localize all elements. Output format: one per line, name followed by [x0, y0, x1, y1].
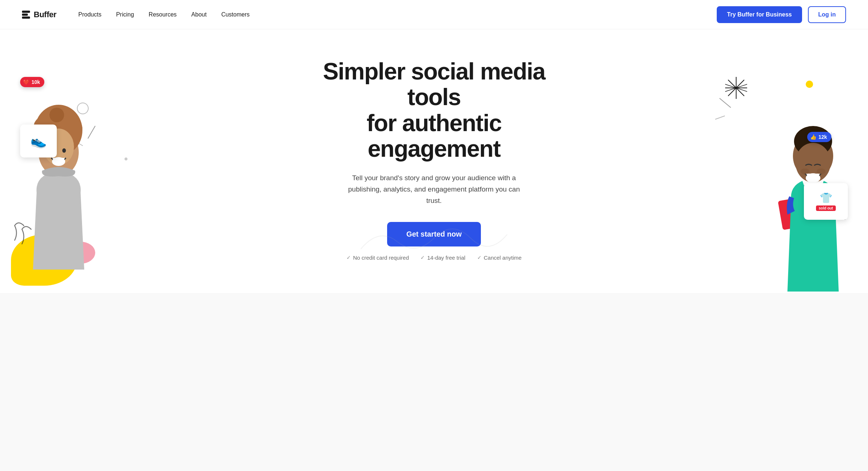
line-decoration-4 — [715, 115, 725, 119]
svg-point-20 — [806, 173, 820, 183]
svg-point-21 — [801, 168, 809, 174]
hero-title: Simpler social media tools for authentic… — [306, 59, 562, 162]
likes-count-right: 12k — [819, 134, 827, 140]
logo-text: Buffer — [34, 10, 56, 19]
thumbs-up-icon: 👍 — [810, 134, 816, 140]
logo-link[interactable]: Buffer — [22, 10, 56, 19]
likes-badge-right: 👍 12k — [807, 132, 831, 142]
shoe-icon: 👟 — [30, 133, 47, 149]
nav-item-resources: Resources — [149, 11, 177, 18]
svg-point-6 — [49, 108, 64, 122]
heart-icon: ❤️ — [23, 79, 29, 85]
svg-point-22 — [817, 168, 826, 174]
nav-link-resources[interactable]: Resources — [149, 11, 177, 18]
hero-section: ❤️ 10k 👟 — [0, 29, 868, 293]
buffer-logo-icon — [22, 11, 30, 19]
nav-item-pricing: Pricing — [116, 11, 134, 18]
nav-link-customers[interactable]: Customers — [221, 11, 249, 18]
dot-decoration-1 — [125, 157, 127, 160]
squiggle-decoration — [361, 220, 507, 256]
svg-point-8 — [52, 157, 65, 166]
nav-item-customers: Customers — [221, 11, 249, 18]
nav-link-products[interactable]: Products — [78, 11, 101, 18]
likes-count-left: 10k — [31, 79, 40, 85]
yellow-dot-decoration — [806, 81, 813, 88]
shoe-card: 👟 — [20, 125, 57, 157]
nav-link-pricing[interactable]: Pricing — [116, 11, 134, 18]
nav-link-about[interactable]: About — [191, 11, 207, 18]
nav-item-products: Products — [78, 11, 101, 18]
curly-lines-left — [11, 218, 40, 249]
nav-links: Products Pricing Resources About Custome… — [78, 11, 717, 18]
nav-actions: Try Buffer for Business Log in — [717, 6, 846, 23]
sold-out-label: sold out — [816, 205, 836, 211]
nav-item-about: About — [191, 11, 207, 18]
try-business-button[interactable]: Try Buffer for Business — [717, 6, 802, 23]
hero-subtitle: Tell your brand's story and grow your au… — [346, 172, 522, 207]
check-icon-1: ✓ — [346, 255, 351, 260]
svg-point-10 — [62, 148, 66, 153]
likes-badge-left: ❤️ 10k — [20, 77, 44, 87]
shirt-icon: 👕 — [820, 192, 832, 204]
navbar: Buffer Products Pricing Resources About … — [0, 0, 868, 29]
sold-out-card: 👕 sold out — [804, 183, 848, 220]
starburst-decoration — [725, 77, 747, 100]
login-button[interactable]: Log in — [808, 6, 846, 23]
